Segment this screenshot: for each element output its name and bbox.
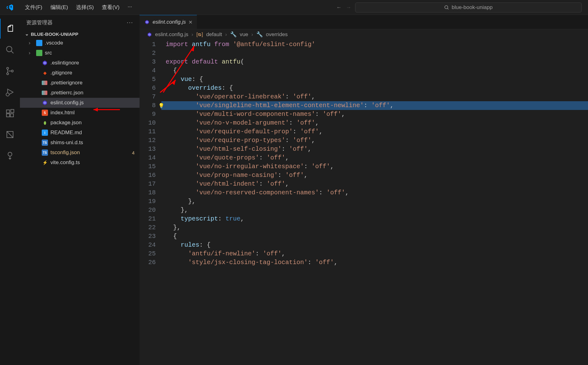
file-row-tsconfig-json[interactable]: TStsconfig.json4	[20, 148, 140, 158]
activity-git-icon[interactable]	[0, 125, 20, 145]
file-label: README.md	[50, 130, 140, 136]
chevron-right-icon: ›	[192, 31, 193, 38]
menu-select[interactable]: 选择(S)	[72, 2, 97, 13]
sidebar-explorer: 资源管理器 ··· ⌄ BLUE-BOOK-UNIAPP ›.vscode›sr…	[20, 15, 140, 365]
file-row-README-md[interactable]: iREADME.md	[20, 128, 140, 138]
code-line-11[interactable]: 'vue/require-default-prop': 'off',	[161, 127, 588, 136]
file-row-vite-config-ts[interactable]: ⚡vite.config.ts	[20, 158, 140, 168]
activity-tree-icon[interactable]	[0, 146, 20, 166]
tab-eslint-config[interactable]: eslint.config.js ✕	[140, 15, 197, 29]
code-line-6[interactable]: overrides: {	[161, 84, 588, 92]
svg-point-12	[8, 152, 12, 156]
code-line-25[interactable]: 'antfu/if-newline': 'off',	[161, 249, 588, 258]
nav-back-icon[interactable]: ←	[336, 4, 342, 11]
eslint-icon	[144, 19, 150, 25]
activity-extensions[interactable]	[0, 103, 20, 123]
code-line-18[interactable]: 'vue/no-reserved-component-names': 'off'…	[161, 188, 588, 197]
chevron-right-icon: ›	[225, 31, 227, 38]
file-row-eslint-config-js[interactable]: eslint.config.js	[20, 98, 140, 108]
file-label: .prettierrc.json	[50, 90, 140, 96]
editor-area: eslint.config.js ✕ eslint.config.js › [ᴓ…	[140, 15, 588, 365]
code-line-24[interactable]: rules: {	[161, 241, 588, 249]
code-line-16[interactable]: 'vue/prop-name-casing': 'off',	[161, 171, 588, 180]
file-label: eslint.config.js	[50, 100, 140, 106]
breadcrumb-overrides[interactable]: overrides	[266, 31, 288, 38]
file-label: src	[45, 50, 140, 56]
tab-bar: eslint.config.js ✕	[140, 15, 588, 29]
svg-rect-9	[7, 114, 10, 117]
activity-debug[interactable]	[0, 82, 20, 102]
file-row-package-json[interactable]: ⬮package.json	[20, 118, 140, 128]
code-body[interactable]: import antfu from '@antfu/eslint-config'…	[161, 40, 588, 365]
breadcrumb-vue[interactable]: vue	[240, 31, 248, 38]
code-line-13[interactable]: 'vue/html-self-closing': 'off',	[161, 145, 588, 154]
code-line-14[interactable]: 'vue/quote-props': 'off',	[161, 154, 588, 162]
tree-root-label: BLUE-BOOK-UNIAPP	[31, 31, 78, 37]
svg-point-4	[7, 67, 8, 69]
file-label: package.json	[50, 120, 140, 126]
code-area[interactable]: 1234567891011121314151617181920212223242…	[140, 40, 588, 365]
app-menu: 文件(F) 编辑(E) 选择(S) 查看(V) ···	[21, 2, 136, 13]
svg-point-5	[7, 73, 8, 75]
tree-root[interactable]: ⌄ BLUE-BOOK-UNIAPP	[20, 30, 140, 38]
code-line-12[interactable]: 'vue/require-prop-types': 'off',	[161, 136, 588, 145]
code-line-1[interactable]: import antfu from '@antfu/eslint-config'	[161, 40, 588, 49]
menu-edit[interactable]: 编辑(E)	[47, 2, 72, 13]
activity-scm[interactable]	[0, 61, 20, 81]
svg-rect-11	[11, 110, 14, 113]
file-row-index-html[interactable]: 5index.html	[20, 108, 140, 118]
file-label: .vscode	[45, 40, 140, 46]
file-label: .eslintignore	[50, 60, 140, 66]
breadcrumb-default[interactable]: default	[206, 31, 222, 38]
file-row--gitignore[interactable]: ◆.gitignore	[20, 68, 140, 78]
annotation-arrow	[157, 77, 182, 96]
code-line-21[interactable]: typescript: true,	[161, 215, 588, 223]
breadcrumb[interactable]: eslint.config.js › [ᴓ] default › 🔧 vue ›…	[140, 29, 588, 40]
file-row-shims-uni-d-ts[interactable]: TSshims-uni.d.ts	[20, 138, 140, 148]
sidebar-header: 资源管理器 ···	[20, 15, 140, 30]
lightbulb-icon[interactable]: 💡	[158, 102, 164, 111]
chevron-right-icon: ›	[251, 31, 253, 38]
eslint-icon	[147, 32, 152, 37]
chevron-right-icon: ›	[29, 50, 34, 56]
code-line-4[interactable]: {	[161, 66, 588, 75]
activity-explorer[interactable]	[0, 19, 20, 39]
code-line-8[interactable]: 💡 'vue/singleline-html-element-content-n…	[161, 101, 588, 110]
code-line-19[interactable]: },	[161, 197, 588, 206]
code-line-15[interactable]: 'vue/no-irregular-whitespace': 'off',	[161, 162, 588, 171]
svg-rect-8	[7, 110, 10, 113]
activity-search[interactable]	[0, 40, 20, 60]
nav-forward-icon[interactable]: →	[346, 4, 351, 11]
code-line-5[interactable]: vue: {	[161, 75, 588, 84]
code-line-26[interactable]: 'style/jsx-closing-tag-location': 'off',	[161, 258, 588, 267]
code-line-22[interactable]: },	[161, 223, 588, 232]
vscode-logo-icon	[5, 4, 15, 11]
menu-view[interactable]: 查看(V)	[98, 2, 123, 13]
svg-point-2	[7, 46, 12, 52]
code-line-17[interactable]: 'vue/html-indent': 'off',	[161, 180, 588, 188]
svg-rect-10	[10, 114, 13, 117]
code-line-7[interactable]: 'vue/operator-linebreak': 'off',	[161, 92, 588, 101]
code-line-23[interactable]: {	[161, 232, 588, 241]
file-row--prettierignore[interactable]: .prettierignore	[20, 78, 140, 88]
file-row-src[interactable]: ›src	[20, 48, 140, 58]
sidebar-title: 资源管理器	[26, 19, 53, 26]
file-row--eslintignore[interactable]: .eslintignore	[20, 58, 140, 68]
code-line-10[interactable]: 'vue/no-v-model-argument': 'off',	[161, 119, 588, 127]
command-center[interactable]: blue-book-uniapp	[355, 2, 582, 12]
file-row--prettierrc-json[interactable]: .prettierrc.json	[20, 88, 140, 98]
svg-point-7	[6, 93, 9, 96]
menu-file[interactable]: 文件(F)	[21, 2, 46, 13]
code-line-3[interactable]: export default antfu(	[161, 58, 588, 66]
sidebar-more-icon[interactable]: ···	[127, 19, 133, 26]
code-line-20[interactable]: },	[161, 206, 588, 215]
svg-marker-26	[93, 108, 98, 111]
close-icon[interactable]: ✕	[188, 19, 192, 25]
file-row--vscode[interactable]: ›.vscode	[20, 38, 140, 48]
code-line-2[interactable]	[161, 49, 588, 58]
search-icon	[444, 5, 449, 10]
chevron-down-icon: ⌄	[25, 31, 29, 37]
code-line-9[interactable]: 'vue/multi-word-component-names': 'off',	[161, 110, 588, 119]
breadcrumb-file[interactable]: eslint.config.js	[155, 31, 188, 38]
menu-more[interactable]: ···	[124, 2, 136, 13]
